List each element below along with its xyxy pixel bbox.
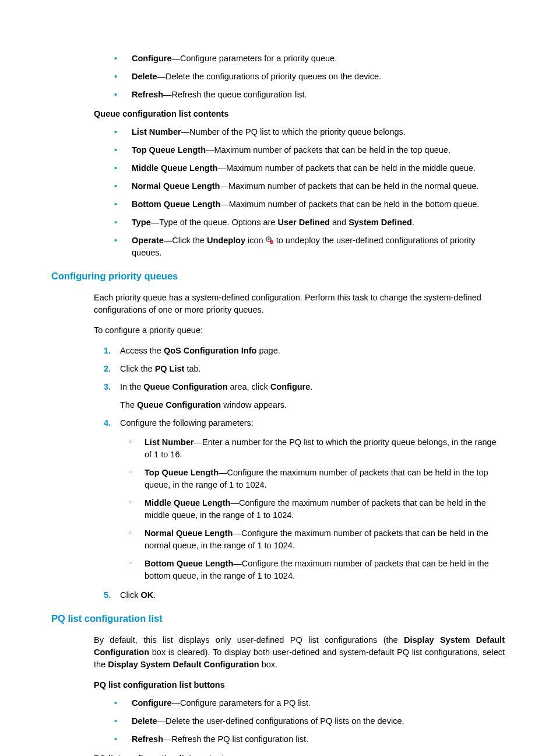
list-item: Configure—Configure parameters for a pri… — [114, 52, 505, 65]
list-item: Top Queue Length—Maximum number of packe… — [114, 144, 505, 156]
list-item: Middle Queue Length—Maximum number of pa… — [114, 162, 505, 174]
text: —Type of the queue. Options are — [151, 218, 278, 227]
list-item-operate: Operate—Click the Undeploy icon to undep… — [114, 235, 505, 259]
pq-list-tab: PQ List — [155, 364, 185, 373]
text: . — [153, 590, 156, 600]
list-item-type: Type—Type of the queue. Options are User… — [114, 216, 505, 229]
param-item: Normal Queue Length—Configure the maximu… — [128, 527, 505, 552]
item-desc: —Maximum number of packets that can be h… — [206, 145, 451, 155]
item-name: Normal Queue Length — [132, 181, 220, 191]
text: page. — [256, 346, 280, 355]
item-name: Type — [132, 218, 151, 227]
section-lead: To configure a priority queue: — [94, 324, 505, 337]
text: and — [330, 218, 349, 227]
queue-contents-heading: Queue configuration list contents — [94, 108, 505, 120]
item-desc: —Refresh the PQ list configuration list. — [163, 734, 308, 744]
item-name: Top Queue Length — [132, 145, 206, 155]
item-desc: —Maximum number of packets that can be h… — [220, 200, 479, 209]
item-name: Configure — [132, 54, 171, 63]
text: —Click the — [164, 236, 207, 245]
param-item: List Number—Enter a number for the PQ li… — [128, 436, 505, 461]
section2-intro: By default, this list displays only user… — [94, 634, 505, 671]
text: Configure the following parameters: — [120, 418, 254, 428]
item-name: Delete — [132, 716, 157, 726]
step-2: Click the PQ List tab. — [104, 363, 505, 375]
list-item: Delete—Delete the configurations of prio… — [114, 71, 505, 83]
text: . — [310, 382, 312, 391]
list-item: Refresh—Refresh the PQ list configuratio… — [114, 733, 505, 746]
step-3-result: The Queue Configuration window appears. — [120, 399, 505, 411]
param-name: Bottom Queue Length — [145, 559, 233, 568]
section-heading-configuring: Configuring priority queues — [51, 270, 505, 284]
list-item: Refresh—Refresh the queue configuration … — [114, 89, 505, 101]
item-desc: —Configure parameters for a priority que… — [171, 54, 337, 63]
param-name: Top Queue Length — [145, 468, 219, 477]
section-intro: Each priority queue has a system-defined… — [94, 292, 505, 316]
steps-list-cont: Click OK. — [51, 589, 505, 601]
qos-config-info: QoS Configuration Info — [164, 346, 256, 355]
text: Click the — [120, 364, 155, 373]
queue-contents-list: List Number—Number of the PQ list to whi… — [51, 126, 505, 259]
param-name: Normal Queue Length — [145, 528, 233, 538]
text: area, click — [228, 382, 270, 391]
undeploy-icon — [266, 236, 274, 244]
item-desc: —Refresh the queue configuration list. — [163, 90, 307, 99]
item-desc: —Delete the configurations of priority q… — [157, 72, 381, 81]
step-5: Click OK. — [104, 589, 505, 601]
pq-buttons-list: Configure—Configure parameters for a PQ … — [51, 697, 505, 746]
text: The — [120, 400, 137, 410]
item-desc: —Delete the user-defined configurations … — [157, 716, 404, 726]
text: tab. — [184, 364, 200, 373]
param-item: Bottom Queue Length—Configure the maximu… — [128, 558, 505, 582]
text: box. — [259, 660, 277, 669]
option-system-defined: System Defined — [349, 218, 412, 227]
item-name: Middle Queue Length — [132, 163, 217, 173]
text: . — [412, 218, 414, 227]
param-item: Top Queue Length—Configure the maximum n… — [128, 467, 505, 491]
display-system-default-2: Display System Default Configuration — [108, 660, 259, 669]
steps-list: Access the QoS Configuration Info page. … — [51, 345, 505, 429]
step-1: Access the QoS Configuration Info page. — [104, 345, 505, 357]
section-heading-pq-list: PQ list configuration list — [51, 612, 505, 626]
undeploy-label: Undeploy — [207, 236, 245, 245]
queue-config-area: Queue Configuration — [143, 382, 227, 391]
text: By default, this list displays only user… — [94, 635, 404, 645]
param-name: Middle Queue Length — [145, 498, 230, 508]
text: icon — [245, 236, 266, 245]
item-name: Configure — [132, 698, 171, 708]
text: Click — [120, 590, 140, 600]
item-name: Bottom Queue Length — [132, 200, 220, 209]
queue-buttons-list: Configure—Configure parameters for a pri… — [51, 52, 505, 101]
ok-button-ref: OK — [140, 590, 153, 600]
text: In the — [120, 382, 143, 391]
pq-buttons-heading: PQ list configuration list buttons — [94, 679, 505, 691]
item-name: Refresh — [132, 734, 163, 744]
configure-button-ref: Configure — [270, 382, 310, 391]
step-3: In the Queue Configuration area, click C… — [104, 381, 505, 411]
step-4-params: List Number—Enter a number for the PQ li… — [51, 436, 505, 582]
option-user-defined: User Defined — [277, 218, 329, 227]
list-item: List Number—Number of the PQ list to whi… — [114, 126, 505, 138]
item-name: List Number — [132, 127, 181, 136]
list-item: Normal Queue Length—Maximum number of pa… — [114, 180, 505, 192]
item-name: Operate — [132, 236, 164, 245]
text: Access the — [120, 346, 164, 355]
text: window appears. — [221, 400, 287, 410]
list-item: Configure—Configure parameters for a PQ … — [114, 697, 505, 709]
item-desc: —Configure parameters for a PQ list. — [171, 698, 311, 708]
queue-config-window: Queue Configuration — [137, 400, 221, 410]
pq-contents-heading: PQ list configuration list contents — [94, 752, 505, 756]
list-item: Bottom Queue Length—Maximum number of pa… — [114, 198, 505, 211]
item-desc: —Maximum number of packets that can be h… — [220, 181, 478, 191]
item-desc: —Maximum number of packets that can be h… — [217, 163, 476, 173]
item-name: Refresh — [132, 90, 163, 99]
param-item: Middle Queue Length—Configure the maximu… — [128, 497, 505, 522]
list-item: Delete—Delete the user-defined configura… — [114, 715, 505, 727]
item-desc: —Number of the PQ list to which the prio… — [181, 127, 406, 136]
item-name: Delete — [132, 72, 157, 81]
step-4: Configure the following parameters: — [104, 417, 505, 429]
param-desc: —Enter a number for the PQ list to which… — [145, 438, 497, 459]
param-name: List Number — [145, 438, 194, 447]
